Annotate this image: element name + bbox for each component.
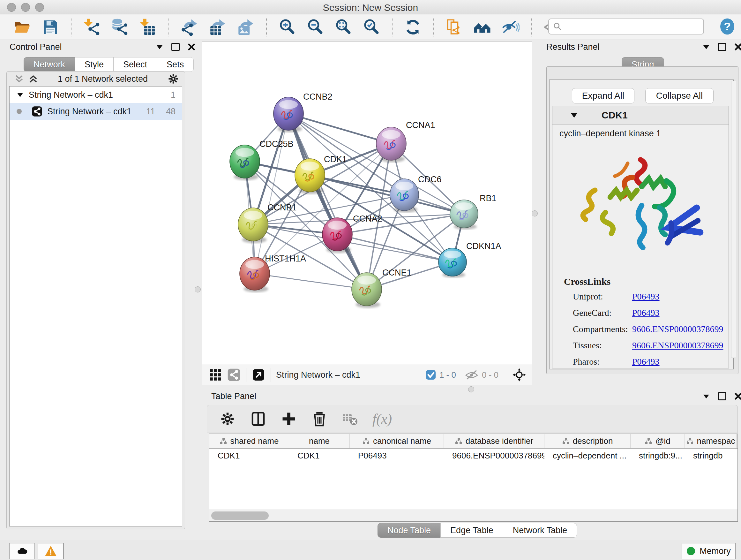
column-header-namespac[interactable]: namespac [685, 434, 737, 448]
tab-network[interactable]: Network [23, 57, 75, 72]
results-scrollbar[interactable] [731, 81, 736, 358]
float-panel-icon[interactable] [155, 43, 164, 51]
options-gear-icon[interactable] [167, 73, 179, 84]
export-network-icon[interactable] [181, 18, 199, 36]
home-icon[interactable] [474, 18, 491, 36]
zoom-out-icon[interactable] [307, 18, 324, 36]
network-node-HIST1H1A[interactable]: HIST1H1A [240, 254, 306, 292]
collapse-all-button[interactable]: Collapse All [645, 88, 714, 104]
export-image-icon[interactable] [237, 18, 255, 36]
table-row[interactable]: CDK1CDK1P064939606.ENSP00000378699cyclin… [209, 449, 738, 462]
table-header-row: shared namenamecanonical namedatabase id… [209, 434, 738, 449]
expand-all-button[interactable]: Expand All [572, 88, 634, 104]
memory-status-dot [687, 547, 695, 555]
detach-view-icon[interactable] [252, 368, 266, 382]
column-header-canonical-name[interactable]: canonical name [350, 434, 444, 448]
tab-style[interactable]: Style [75, 57, 114, 72]
network-name: String Network – cdk1 [47, 107, 131, 117]
toolbar-separator [433, 18, 434, 37]
crosslink-link[interactable]: P06493 [632, 308, 660, 318]
birdseye-crosshair-icon[interactable] [512, 368, 526, 382]
import-database-icon[interactable] [111, 18, 129, 36]
hidden-counter: 0 - 0 [482, 370, 498, 380]
network-node-count: 11 [146, 107, 155, 117]
horizontal-splitter-handle[interactable] [468, 386, 474, 392]
close-panel-icon[interactable] [734, 392, 741, 400]
table-options-gear-icon[interactable] [219, 411, 236, 427]
toolbar-separator [392, 18, 393, 37]
add-column-icon[interactable] [280, 411, 297, 427]
table-hscrollbar-thumb[interactable] [211, 511, 269, 520]
table-cell: cyclin–dependent ... [544, 449, 630, 462]
crosslink-link[interactable]: 9606.ENSP00000378699 [632, 340, 723, 351]
network-node-CCNE1[interactable]: CCNE1 [352, 268, 412, 308]
tab-select[interactable]: Select [113, 57, 157, 72]
tab-node-table[interactable]: Node Table [378, 523, 441, 538]
cloud-button[interactable] [9, 543, 35, 559]
close-panel-icon[interactable] [734, 43, 741, 51]
left-splitter-handle[interactable] [195, 287, 201, 293]
column-header-shared-name[interactable]: shared name [209, 434, 289, 448]
network-node-RB1[interactable]: RB1 [450, 193, 496, 230]
right-splitter-handle[interactable] [532, 210, 538, 216]
maximize-panel-icon[interactable] [718, 392, 726, 400]
zoom-in-icon[interactable] [278, 18, 296, 36]
collapse-all-icon[interactable] [14, 74, 24, 84]
tab-network-table[interactable]: Network Table [503, 523, 577, 538]
maximize-panel-icon[interactable] [172, 43, 180, 51]
protein-structure-image [571, 145, 712, 275]
cloud-icon [16, 545, 28, 557]
warning-button[interactable] [38, 543, 64, 559]
network-canvas[interactable]: CCNB2 CCNA1 CDC25B CDK1 [202, 42, 532, 365]
export-table-icon[interactable] [209, 18, 226, 36]
tab-edge-table[interactable]: Edge Table [441, 523, 503, 538]
crosslink-label: GeneCard: [573, 308, 611, 318]
memory-button[interactable]: Memory [682, 543, 736, 559]
table-hscrollbar[interactable] [209, 509, 738, 521]
column-header-description[interactable]: description [544, 434, 630, 448]
refresh-icon[interactable] [404, 18, 422, 36]
close-panel-icon[interactable] [187, 43, 196, 51]
network-row[interactable]: String Network – cdk1 11 48 [10, 103, 182, 120]
network-view-icon[interactable] [227, 368, 241, 382]
protein-card: CDK1 cyclin–dependent kinase 1 [552, 106, 729, 368]
delete-table-icon[interactable] [342, 411, 358, 427]
import-table-icon[interactable] [139, 18, 157, 36]
column-header-@id[interactable]: @id [630, 434, 685, 448]
save-icon[interactable] [42, 18, 59, 36]
results-panel-body: Expand All Collapse All CDK1 cyclin–depe… [546, 66, 738, 374]
column-header-database-identifier[interactable]: database identifier [444, 434, 544, 448]
float-panel-icon[interactable] [702, 392, 711, 400]
show-columns-icon[interactable] [250, 411, 266, 427]
eye-wave-icon[interactable] [502, 18, 520, 36]
network-node-CCNA1[interactable]: CCNA1 [376, 120, 435, 162]
tab-sets[interactable]: Sets [157, 57, 194, 72]
float-panel-icon[interactable] [702, 43, 711, 51]
network-collection-row[interactable]: String Network – cdk1 1 [10, 86, 182, 103]
grid-view-icon[interactable] [208, 368, 222, 382]
network-selection-status: 1 of 1 Network selected [38, 74, 167, 84]
search-input[interactable] [565, 21, 699, 32]
search-box[interactable] [548, 18, 704, 35]
help-button[interactable]: ? [719, 18, 736, 35]
crosslink-row: Uniprot: P06493 [552, 292, 729, 308]
network-node-CDKN1A[interactable]: CDKN1A [439, 241, 501, 278]
open-folder-icon[interactable] [13, 18, 31, 36]
card-expander-icon[interactable] [570, 111, 578, 119]
zoom-fit-icon[interactable] [334, 18, 352, 36]
crosslink-link[interactable]: P06493 [632, 357, 660, 367]
crosslink-link[interactable]: P06493 [632, 292, 660, 302]
hidden-eye-icon[interactable] [465, 368, 479, 382]
function-builder-icon[interactable]: f(x) [373, 411, 392, 427]
delete-column-icon[interactable] [311, 411, 328, 427]
selected-checkbox-icon[interactable] [425, 369, 436, 380]
expand-all-icon[interactable] [28, 74, 38, 84]
column-header-name[interactable]: name [289, 434, 350, 448]
collection-expander-icon[interactable] [17, 91, 23, 98]
import-network-icon[interactable] [83, 18, 101, 36]
copy-documents-icon[interactable] [446, 18, 463, 36]
zoom-selected-icon[interactable] [362, 18, 381, 36]
crosslink-link[interactable]: 9606.ENSP00000378699 [632, 324, 723, 334]
crosslinks-heading: CrossLinks [564, 276, 729, 287]
maximize-panel-icon[interactable] [718, 43, 726, 51]
